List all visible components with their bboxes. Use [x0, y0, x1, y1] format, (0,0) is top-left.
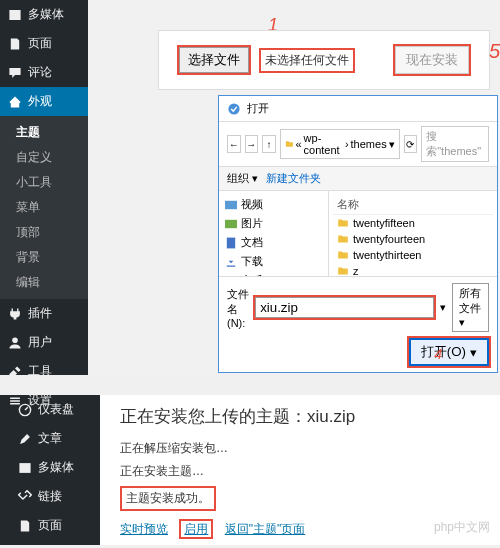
tree-documents[interactable]: 文档	[219, 233, 328, 252]
svg-point-0	[12, 337, 18, 343]
submenu-customize[interactable]: 自定义	[16, 145, 88, 170]
search-input[interactable]: 搜索"themes"	[421, 126, 489, 162]
dialog-footer: 文件名(N): ▾ 所有文件 ▾	[219, 276, 497, 338]
column-name-header[interactable]: 名称	[333, 195, 493, 215]
sidebar-item-settings[interactable]: 设置	[0, 386, 88, 415]
dialog-toolbar: 组织 ▾ 新建文件夹	[219, 167, 497, 191]
annotation-4: 4	[434, 346, 442, 362]
install-step-install: 正在安装主题…	[120, 463, 480, 480]
tree-videos[interactable]: 视频	[219, 195, 328, 214]
install-step-unpack: 正在解压缩安装包…	[120, 440, 480, 457]
sidebar-item-plugins[interactable]: 插件	[0, 299, 88, 328]
file-item[interactable]: twentyfourteen	[333, 231, 493, 247]
install-title: 正在安装您上传的主题：xiu.zip	[120, 405, 480, 428]
submenu-editor[interactable]: 编辑	[16, 270, 88, 295]
svg-rect-4	[227, 237, 235, 248]
nav-back-button[interactable]: ←	[227, 135, 241, 153]
watermark: php中文网	[434, 519, 490, 536]
sidebar-item-tools[interactable]: 工具	[0, 357, 88, 386]
crumb-part[interactable]: themes	[351, 138, 387, 150]
sidebar-item-media[interactable]: 多媒体	[0, 0, 88, 29]
dialog-path-bar: ← → ↑ « wp-content › themes ▾ ⟳ 搜索"theme…	[219, 121, 497, 167]
return-link[interactable]: 返回"主题"页面	[225, 522, 306, 536]
annotation-5: 5	[489, 40, 500, 63]
nav-fwd-button[interactable]: →	[245, 135, 259, 153]
appearance-submenu: 主题 自定义 小工具 菜单 顶部 背景 编辑	[0, 116, 88, 299]
open-button[interactable]: 打开(O)▾	[409, 338, 489, 366]
install-success: 主题安装成功。	[120, 486, 216, 511]
install-now-button[interactable]: 现在安装	[395, 46, 469, 74]
filename-input[interactable]	[255, 297, 434, 318]
folder-icon	[285, 138, 294, 150]
file-open-dialog: 打开 ← → ↑ « wp-content › themes ▾ ⟳ 搜索"th…	[218, 95, 498, 373]
submenu-header[interactable]: 顶部	[16, 220, 88, 245]
wp-admin-sidebar-2: 仪表盘 文章 多媒体 链接 页面 评论	[0, 395, 100, 545]
no-file-label: 未选择任何文件	[259, 48, 355, 73]
submenu-widgets[interactable]: 小工具	[16, 170, 88, 195]
file-filter-dropdown[interactable]: 所有文件 ▾	[452, 283, 489, 332]
sidebar-item-users[interactable]: 用户	[0, 328, 88, 357]
breadcrumb[interactable]: « wp-content › themes ▾	[280, 129, 400, 159]
sidebar2-comments[interactable]: 评论	[10, 540, 100, 545]
wp-admin-sidebar: 多媒体 页面 评论 外观 主题 自定义 小工具 菜单 顶部 背景 编辑 插件 用…	[0, 0, 88, 375]
submenu-menus[interactable]: 菜单	[16, 195, 88, 220]
svg-rect-3	[225, 219, 237, 227]
sidebar-item-comments[interactable]: 评论	[0, 58, 88, 87]
svg-point-1	[228, 103, 239, 114]
crumb-part[interactable]: wp-content	[304, 132, 343, 156]
filename-label: 文件名(N):	[227, 287, 249, 329]
sidebar2-posts[interactable]: 文章	[10, 424, 100, 453]
preview-link[interactable]: 实时预览	[120, 522, 168, 536]
nav-up-button[interactable]: ↑	[262, 135, 276, 153]
upload-theme-box: 选择文件 未选择任何文件 现在安装	[158, 30, 490, 90]
dialog-title-bar: 打开	[219, 96, 497, 121]
svg-rect-2	[225, 200, 237, 208]
file-item[interactable]: twentythirteen	[333, 247, 493, 263]
activate-link[interactable]: 启用	[179, 519, 213, 539]
new-folder-button[interactable]: 新建文件夹	[266, 171, 321, 186]
file-list: 名称 twentyfifteen twentyfourteen twentyth…	[329, 191, 497, 276]
file-item[interactable]: twentyfifteen	[333, 215, 493, 231]
file-item[interactable]: z	[333, 263, 493, 276]
organize-button[interactable]: 组织 ▾	[227, 171, 258, 186]
submenu-themes[interactable]: 主题	[16, 120, 88, 145]
choose-file-button[interactable]: 选择文件	[179, 47, 249, 73]
folder-tree: 视频 图片 文档 下载 音乐 桌面 Windows8_OS 本地磁盘 (D:)	[219, 191, 329, 276]
main-content: 1 选择文件 未选择任何文件 现在安装 5 打开 ← → ↑ « wp-cont…	[88, 0, 500, 375]
sidebar2-links[interactable]: 链接	[10, 482, 100, 511]
tree-downloads[interactable]: 下载	[219, 252, 328, 271]
refresh-button[interactable]: ⟳	[404, 135, 418, 153]
sidebar2-media[interactable]: 多媒体	[10, 453, 100, 482]
sidebar-item-appearance[interactable]: 外观	[0, 87, 88, 116]
open-icon	[227, 102, 241, 116]
tree-pictures[interactable]: 图片	[219, 214, 328, 233]
sidebar-item-pages[interactable]: 页面	[0, 29, 88, 58]
submenu-background[interactable]: 背景	[16, 245, 88, 270]
install-actions: 实时预览 启用 返回"主题"页面	[120, 521, 480, 538]
sidebar2-pages[interactable]: 页面	[10, 511, 100, 540]
dialog-title: 打开	[247, 101, 269, 116]
